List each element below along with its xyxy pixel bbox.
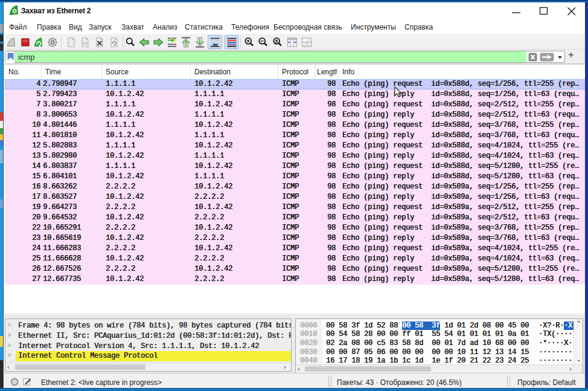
svg-text:010: 010: [83, 42, 88, 45]
